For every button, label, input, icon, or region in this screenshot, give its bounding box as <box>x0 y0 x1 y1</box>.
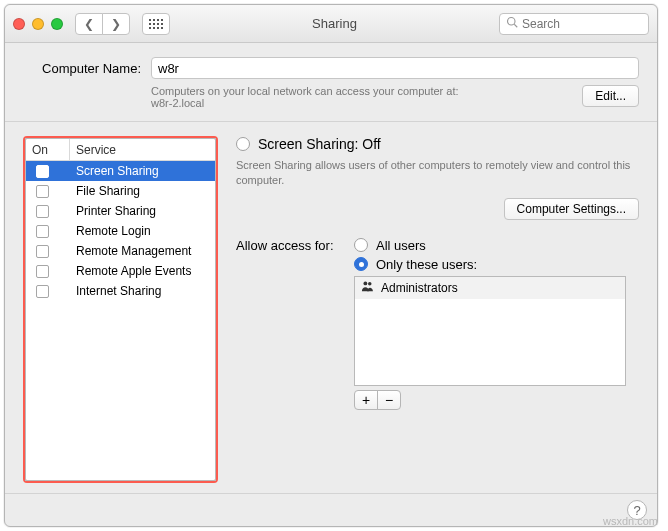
checkbox-screen-sharing[interactable] <box>36 165 49 178</box>
service-row-file-sharing[interactable]: File Sharing <box>26 181 215 201</box>
computer-settings-button[interactable]: Computer Settings... <box>504 198 639 220</box>
access-label: Allow access for: <box>236 238 354 253</box>
service-row-remote-login[interactable]: Remote Login <box>26 221 215 241</box>
users-list[interactable]: Administrators <box>354 276 626 386</box>
watermark: wsxdn.com <box>603 515 658 527</box>
show-all-button[interactable] <box>142 13 170 35</box>
service-label: Remote Apple Events <box>70 264 215 278</box>
svg-point-3 <box>368 282 372 286</box>
sharing-prefs-window: ❮ ❯ Sharing Computer Name: Computers on … <box>4 4 658 527</box>
traffic-lights <box>13 18 63 30</box>
forward-button[interactable]: ❯ <box>102 13 130 35</box>
computer-name-input[interactable] <box>151 57 639 79</box>
service-label: Printer Sharing <box>70 204 215 218</box>
checkbox-file-sharing[interactable] <box>36 185 49 198</box>
user-label: Administrators <box>381 281 458 295</box>
service-row-internet-sharing[interactable]: Internet Sharing <box>26 281 215 301</box>
checkbox-remote-login[interactable] <box>36 225 49 238</box>
computer-note-2: w8r-2.local <box>151 97 582 109</box>
close-icon[interactable] <box>13 18 25 30</box>
checkbox-printer-sharing[interactable] <box>36 205 49 218</box>
service-row-screen-sharing[interactable]: Screen Sharing <box>26 161 215 181</box>
opt-all-label: All users <box>376 238 426 253</box>
footer: ? <box>5 493 657 526</box>
edit-button[interactable]: Edit... <box>582 85 639 107</box>
user-row-administrators[interactable]: Administrators <box>355 277 625 299</box>
radio-all-users[interactable] <box>354 238 368 252</box>
service-label: Screen Sharing <box>70 164 215 178</box>
service-label: Remote Login <box>70 224 215 238</box>
remove-user-button[interactable]: − <box>377 390 401 410</box>
window-title: Sharing <box>176 16 493 31</box>
search-icon <box>506 16 518 31</box>
minimize-icon[interactable] <box>32 18 44 30</box>
access-option-all[interactable]: All users <box>354 238 477 253</box>
services-header: On Service <box>26 139 215 161</box>
users-icon <box>361 280 375 295</box>
grid-icon <box>149 19 163 29</box>
back-button[interactable]: ❮ <box>75 13 103 35</box>
content: Computer Name: Computers on your local n… <box>5 43 657 493</box>
opt-only-label: Only these users: <box>376 257 477 272</box>
service-row-remote-management[interactable]: Remote Management <box>26 241 215 261</box>
computer-note-1: Computers on your local network can acce… <box>151 85 582 97</box>
status-description: Screen Sharing allows users of other com… <box>236 158 639 188</box>
zoom-icon[interactable] <box>51 18 63 30</box>
service-detail: Screen Sharing: Off Screen Sharing allow… <box>236 136 639 483</box>
service-label: File Sharing <box>70 184 215 198</box>
titlebar: ❮ ❯ Sharing <box>5 5 657 43</box>
radio-only-these-users[interactable] <box>354 257 368 271</box>
status-title: Screen Sharing: Off <box>258 136 381 152</box>
search-field[interactable] <box>499 13 649 35</box>
status-indicator-icon <box>236 137 250 151</box>
computer-name-label: Computer Name: <box>23 61 141 76</box>
svg-point-0 <box>508 18 516 26</box>
add-user-button[interactable]: + <box>354 390 378 410</box>
service-row-remote-apple-events[interactable]: Remote Apple Events <box>26 261 215 281</box>
checkbox-internet-sharing[interactable] <box>36 285 49 298</box>
svg-line-1 <box>514 24 517 27</box>
services-list-highlight: On Service Screen Sharing File Sharing <box>23 136 218 483</box>
service-label: Internet Sharing <box>70 284 215 298</box>
svg-point-2 <box>363 282 367 286</box>
nav-back-forward: ❮ ❯ <box>75 13 130 35</box>
checkbox-remote-management[interactable] <box>36 245 49 258</box>
access-option-only[interactable]: Only these users: <box>354 257 477 272</box>
service-row-printer-sharing[interactable]: Printer Sharing <box>26 201 215 221</box>
search-input[interactable] <box>522 17 642 31</box>
col-header-service: Service <box>70 139 215 160</box>
checkbox-remote-apple-events[interactable] <box>36 265 49 278</box>
services-list[interactable]: Screen Sharing File Sharing Printer Shar… <box>26 161 215 480</box>
service-label: Remote Management <box>70 244 215 258</box>
col-header-on: On <box>26 139 70 160</box>
